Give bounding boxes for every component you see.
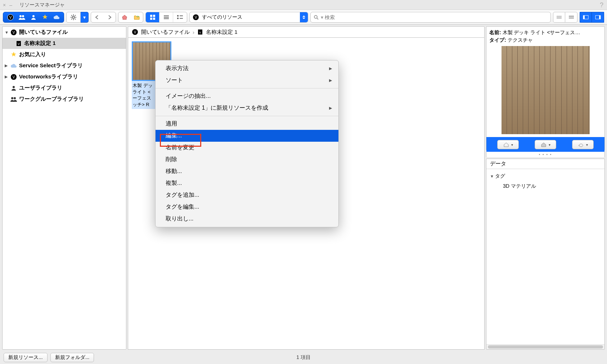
svg-rect-17 — [153, 18, 155, 20]
vw-logo-icon: V — [10, 74, 18, 80]
vw-logo-icon: V — [132, 29, 138, 35]
left-panel-toggle[interactable] — [580, 12, 592, 23]
resize-handle[interactable]: • • • • — [486, 152, 605, 157]
preview-mode-1-button[interactable] — [497, 140, 519, 149]
ctx-export[interactable]: 取り出し... — [156, 213, 338, 225]
preview-mode-2-button[interactable] — [535, 140, 556, 149]
sidebar-item-label: お気に入り — [19, 51, 46, 58]
source-filter-group: V — [3, 12, 64, 23]
home-button[interactable] — [118, 13, 131, 22]
svg-point-46 — [14, 97, 16, 99]
sidebar-item-label: Service Selectライブラリ — [19, 62, 83, 69]
svg-text:V: V — [13, 75, 15, 79]
grid-view-button[interactable] — [146, 12, 159, 22]
svg-point-44 — [13, 86, 15, 88]
disclosure-right-icon: ▶ — [5, 63, 10, 68]
users-icon[interactable] — [16, 13, 28, 22]
sidebar-tree: ▼ V 開いているファイル V 名称未設定 1 お気に入り ▶ Service … — [2, 26, 126, 350]
breadcrumb-seg[interactable]: 名称未設定 1 — [206, 29, 238, 36]
ctx-add-tag[interactable]: タグを追加... — [156, 189, 338, 201]
vw-doc-icon: V — [15, 40, 23, 47]
sidebar-item-favorites[interactable]: お気に入り — [3, 49, 126, 60]
svg-rect-15 — [153, 15, 155, 17]
ctx-rename[interactable]: 名前を変更 — [156, 142, 338, 154]
new-folder-button[interactable]: 新規フォルダ... — [50, 353, 94, 362]
content-area: V 開いているファイル › V 名称未設定 1 木製 デッ ライト < ーフェス… — [128, 26, 485, 350]
help-icon[interactable]: ? — [600, 1, 603, 9]
svg-rect-14 — [150, 15, 152, 17]
ctx-delete[interactable]: 削除 — [156, 154, 338, 165]
ctx-display-method[interactable]: 表示方法 — [156, 63, 338, 74]
disclosure-down-icon: ▼ — [490, 174, 495, 178]
breadcrumb-seg[interactable]: 開いているファイル — [141, 29, 190, 36]
gear-menu[interactable]: ▾ — [66, 12, 89, 23]
group-icon — [10, 96, 18, 102]
ctx-apply[interactable]: 適用 — [156, 118, 338, 130]
back-button[interactable] — [91, 13, 103, 22]
ctx-sort[interactable]: ソート — [156, 74, 338, 86]
sidebar-item-untitled-file[interactable]: V 名称未設定 1 — [3, 38, 126, 49]
info-type-row: タイプ: テクスチャ — [489, 36, 602, 44]
data-panel-body: ▼ タグ 3D マテリアル — [486, 169, 604, 344]
svg-text:V: V — [9, 15, 12, 19]
close-window-icon[interactable]: × — [3, 3, 7, 7]
resource-type-filter[interactable]: V すべてのリソース — [189, 12, 308, 23]
sidebar-item-label: 名称未設定 1 — [24, 40, 56, 47]
svg-line-11 — [75, 19, 76, 19]
user-icon[interactable] — [28, 13, 39, 22]
svg-line-13 — [71, 19, 72, 19]
resource-grid[interactable]: 木製 デッ ライト < ーフェス ッチ> R 表示方法 ソート イメージの抽出.… — [128, 38, 485, 350]
sidebar-item-label: ユーザライブラリ — [19, 85, 62, 91]
thumb-list-view-button[interactable] — [173, 12, 187, 22]
vw-logo-icon: V — [193, 14, 199, 21]
tag-item[interactable]: 3D マテリアル — [490, 181, 601, 191]
right-panel-toggle[interactable] — [592, 12, 604, 23]
list-view-button[interactable] — [159, 12, 173, 22]
tag-item-label: 3D マテリアル — [503, 183, 536, 190]
info-panel: 名前: 木製 デッキ ライト <サーフェス… タイプ: テクスチャ — [486, 26, 605, 150]
right-pane: 名前: 木製 デッキ ライト <サーフェス… タイプ: テクスチャ • • • … — [486, 26, 605, 350]
window-title: リソースマネージャ — [19, 2, 65, 8]
data-panel: データ ▼ タグ 3D マテリアル — [486, 159, 605, 350]
search-input[interactable] — [325, 14, 548, 20]
cloud-icon[interactable] — [51, 13, 62, 22]
ctx-duplicate[interactable]: 複製... — [156, 177, 338, 189]
sidebar-item-vw-library[interactable]: ▶ V Vectorworksライブラリ — [3, 71, 126, 82]
preview-large-button[interactable] — [565, 12, 577, 23]
horizontal-scrollbar[interactable] — [486, 344, 604, 349]
svg-text:V: V — [195, 15, 197, 19]
svg-point-2 — [19, 15, 22, 17]
main-area: ▼ V 開いているファイル V 名称未設定 1 お気に入り ▶ Service … — [0, 25, 607, 351]
toolbar: V ▾ V すべてのリソース ▾ — [0, 10, 607, 25]
sidebar-item-label: ワークグループライブラリ — [19, 96, 84, 103]
ctx-create-new-resource[interactable]: 「名称未設定 1」に新規リソースを作成 — [156, 102, 338, 114]
preview-mode-3-button[interactable] — [572, 140, 594, 149]
search-field[interactable]: ▾ — [310, 12, 551, 23]
ctx-move[interactable]: 移動... — [156, 165, 338, 177]
sidebar-item-open-files[interactable]: ▼ V 開いているファイル — [3, 27, 126, 38]
sidebar-item-label: 開いているファイル — [19, 29, 68, 36]
ctx-extract-image[interactable]: イメージの抽出... — [156, 90, 338, 102]
svg-point-4 — [32, 15, 35, 17]
vw-logo-icon[interactable]: V — [5, 13, 16, 22]
tag-header-row[interactable]: ▼ タグ — [490, 171, 601, 181]
ctx-edit[interactable]: 編集... — [156, 130, 338, 142]
ctx-separator — [156, 88, 338, 88]
minimize-window-icon[interactable]: – — [9, 3, 14, 7]
sidebar-item-user-library[interactable]: ユーザライブラリ — [3, 82, 126, 94]
svg-text:V: V — [199, 31, 201, 34]
new-resource-button[interactable]: 新規リソース... — [4, 353, 48, 362]
forward-button[interactable] — [103, 13, 116, 22]
disclosure-right-icon: ▶ — [5, 74, 10, 79]
ctx-edit-tag[interactable]: タグを編集... — [156, 201, 338, 213]
preview-image — [502, 46, 590, 134]
gear-dropdown-icon[interactable]: ▾ — [81, 12, 89, 23]
preview-small-button[interactable] — [553, 12, 565, 23]
sidebar-item-service-select[interactable]: ▶ Service Selectライブラリ — [3, 60, 126, 71]
open-folder-button[interactable] — [131, 13, 143, 22]
sidebar-item-workgroup-library[interactable]: ワークグループライブラリ — [3, 94, 126, 105]
home-group — [118, 12, 143, 23]
star-icon[interactable] — [39, 13, 51, 22]
nav-group — [91, 12, 116, 23]
view-mode-group — [145, 12, 187, 23]
